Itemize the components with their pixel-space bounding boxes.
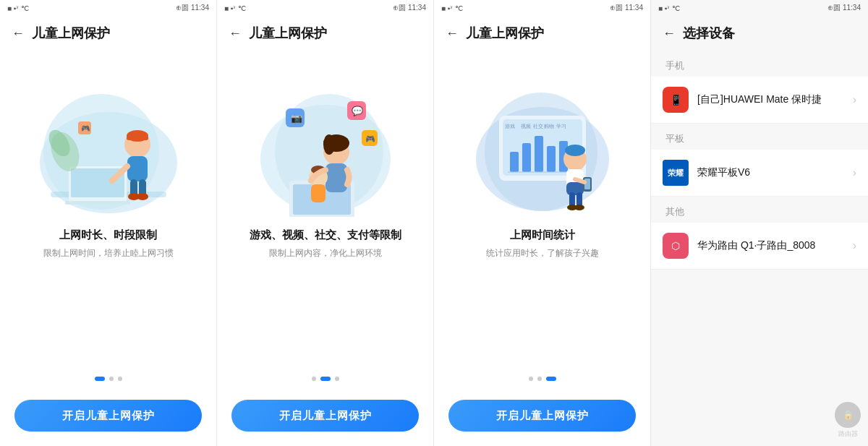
back-button-4[interactable]: ← — [663, 26, 676, 41]
bottom-btn-area-2: 开启儿童上网保护 — [217, 393, 433, 446]
dots-row-1 — [95, 377, 122, 393]
svg-text:购物: 购物 — [544, 124, 554, 129]
status-right-3: ⊕圆 11:34 — [610, 3, 643, 13]
dot-2-active — [320, 377, 331, 381]
device-name-tablet: 荣耀平板V6 — [697, 166, 844, 179]
status-left-2: ■ ▪ᵌ ℃ — [224, 4, 246, 12]
svg-point-58 — [574, 205, 584, 210]
panel-content-2: 📷 💬 🎮 — [217, 51, 433, 393]
device-item-huawei-mate[interactable]: 📱 [自己]HUAWEI Mate 保时捷 › — [651, 77, 868, 124]
chevron-router: › — [853, 239, 856, 252]
svg-text:🎮: 🎮 — [81, 124, 90, 133]
feature-desc-3: 统计应用时长，了解孩子兴趣 — [486, 246, 599, 260]
status-right-2: ⊕圆 11:34 — [393, 3, 426, 13]
top-nav-4: ← 选择设备 — [651, 16, 868, 51]
section-label-tablet: 平板 — [651, 124, 868, 150]
status-bar-3: ■ ▪ᵌ ℃ ⊕圆 11:34 — [434, 0, 650, 16]
bottom-btn-area-1: 开启儿童上网保护 — [0, 393, 216, 446]
svg-point-31 — [323, 134, 335, 155]
back-button-3[interactable]: ← — [446, 26, 459, 41]
bottom-btn-area-3: 开启儿童上网保护 — [434, 393, 650, 446]
watermark: 🔒 路由器 — [835, 402, 861, 439]
device-item-router[interactable]: ⬡ 华为路由 Q1·子路由_8008 › — [651, 223, 868, 270]
panel-content-3: 游戏 视频 社交 购物 学习 — [434, 51, 650, 393]
svg-rect-35 — [311, 184, 326, 202]
nav-title-3: 儿童上网保护 — [466, 25, 544, 42]
dot-2-1 — [312, 377, 316, 381]
svg-line-61 — [575, 179, 584, 182]
panel-content-1: 🎮 上网时长、时段限制 限制上网时间，培养止睦上网习惯 — [0, 51, 216, 393]
panel-device-select: ■ ▪ᵌ ℃ ⊕圆 11:34 ← 选择设备 手机 📱 [自己]HUAWEI M… — [651, 0, 868, 446]
status-left-4: ■ ▪ᵌ ℃ — [658, 4, 680, 12]
svg-rect-41 — [522, 143, 531, 172]
device-icon-router: ⬡ — [663, 233, 689, 259]
illus-svg-3: 游戏 视频 社交 购物 学习 — [463, 58, 622, 217]
feature-title-2: 游戏、视频、社交、支付等限制 — [250, 228, 401, 242]
mate-icon-symbol: 📱 — [670, 94, 682, 106]
chevron-tablet: › — [853, 166, 856, 179]
feature-desc-2: 限制上网内容，净化上网环境 — [269, 246, 382, 260]
status-right-1: ⊕圆 11:34 — [176, 3, 209, 13]
dot-2-3 — [335, 377, 339, 381]
status-right-4: ⊕圆 11:34 — [827, 3, 861, 13]
device-name-router: 华为路由 Q1·子路由_8008 — [697, 239, 844, 252]
device-item-honor-tablet[interactable]: 荣耀 荣耀平板V6 › — [651, 150, 868, 197]
svg-rect-10 — [127, 136, 148, 140]
device-panel-footer: 🔒 路由器 — [651, 270, 868, 446]
svg-text:学习: 学习 — [556, 124, 566, 129]
svg-rect-5 — [65, 201, 130, 205]
chevron-mate: › — [853, 93, 856, 106]
start-btn-2[interactable]: 开启儿童上网保护 — [231, 400, 419, 432]
svg-text:游戏: 游戏 — [505, 124, 515, 129]
router-icon-symbol: ⬡ — [671, 240, 680, 252]
svg-rect-40 — [510, 152, 519, 172]
nav-title-4: 选择设备 — [683, 25, 735, 42]
svg-text:💬: 💬 — [352, 105, 364, 117]
dots-row-3 — [529, 377, 556, 393]
svg-rect-43 — [547, 146, 556, 172]
device-icon-mate: 📱 — [663, 87, 689, 113]
svg-rect-32 — [326, 163, 347, 192]
panel-screen-time: ■ ▪ᵌ ℃ ⊕圆 11:34 ← 儿童上网保护 — [0, 0, 217, 446]
feature-desc-1: 限制上网时间，培养止睦上网习惯 — [43, 246, 174, 260]
illus-svg-1: 🎮 — [29, 58, 188, 217]
svg-text:📷: 📷 — [291, 112, 303, 124]
top-nav-1: ← 儿童上网保护 — [0, 16, 216, 51]
illus-svg-2: 📷 💬 🎮 — [246, 58, 405, 217]
status-left-1: ■ ▪ᵌ ℃ — [7, 4, 29, 12]
dot-3-2 — [537, 377, 542, 381]
status-bar-4: ■ ▪ᵌ ℃ ⊕圆 11:34 — [651, 0, 868, 16]
feature-title-1: 上网时长、时段限制 — [59, 228, 157, 242]
back-button-2[interactable]: ← — [229, 26, 242, 41]
illustration-stats: 游戏 视频 社交 购物 学习 — [463, 58, 622, 217]
feature-title-3: 上网时间统计 — [510, 228, 575, 242]
svg-text:视频: 视频 — [521, 124, 531, 129]
svg-rect-11 — [127, 156, 148, 181]
status-bar-2: ■ ▪ᵌ ℃ ⊕圆 11:34 — [217, 0, 433, 16]
top-nav-2: ← 儿童上网保护 — [217, 16, 433, 51]
illustration-screen-time: 🎮 — [29, 58, 188, 217]
svg-text:🎮: 🎮 — [365, 134, 375, 144]
back-button-1[interactable]: ← — [12, 26, 25, 41]
nav-title-2: 儿童上网保护 — [249, 25, 327, 42]
svg-rect-42 — [535, 136, 543, 172]
illustration-restriction: 📷 💬 🎮 — [246, 58, 405, 217]
status-left-3: ■ ▪ᵌ ℃ — [441, 4, 463, 12]
start-btn-3[interactable]: 开启儿童上网保护 — [448, 400, 636, 432]
tablet-icon-symbol: 荣耀 — [668, 168, 684, 179]
dot-3-1 — [529, 377, 533, 381]
panel-time-stats: ■ ▪ᵌ ℃ ⊕圆 11:34 ← 儿童上网保护 — [434, 0, 651, 446]
dot-1-3 — [118, 377, 122, 381]
nav-title-1: 儿童上网保护 — [32, 25, 110, 42]
svg-text:社交: 社交 — [533, 124, 543, 129]
device-name-mate: [自己]HUAWEI Mate 保时捷 — [697, 93, 844, 106]
dot-3-active — [546, 377, 556, 381]
dot-1-active — [95, 377, 105, 381]
dots-row-2 — [312, 377, 339, 393]
status-bar-1: ■ ▪ᵌ ℃ ⊕圆 11:34 — [0, 0, 216, 16]
device-icon-tablet: 荣耀 — [663, 160, 689, 186]
svg-point-52 — [565, 145, 585, 156]
section-label-other: 其他 — [651, 197, 868, 223]
dot-1-2 — [109, 377, 114, 381]
start-btn-1[interactable]: 开启儿童上网保护 — [14, 400, 202, 432]
